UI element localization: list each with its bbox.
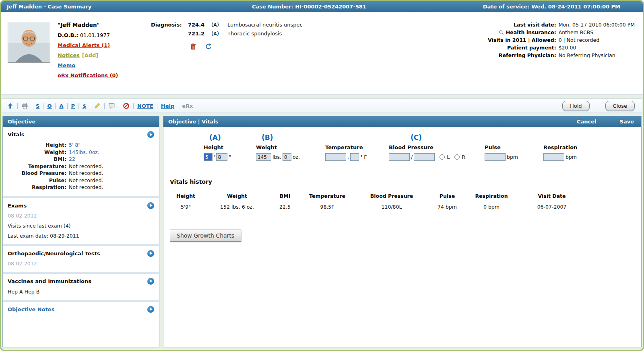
hold-button[interactable]: Hold: [562, 101, 590, 111]
bp-left-radio[interactable]: [440, 154, 445, 160]
respiration-bpm-unit: bpm: [566, 154, 577, 160]
memo-link[interactable]: Memo: [58, 62, 75, 68]
pulse-input[interactable]: [485, 153, 506, 161]
bp-diastolic-input[interactable]: [414, 153, 435, 161]
vitals-section: Vitals Height: 5' 8" Weight: 145lbs. 0oz…: [3, 127, 159, 198]
pencil-icon[interactable]: [94, 103, 101, 109]
erx-notifications-link[interactable]: eRx Notifications (0): [58, 72, 118, 78]
toolbar-separator: [90, 103, 90, 109]
toolbar-separator: [32, 103, 32, 109]
temperature-whole-input[interactable]: [325, 153, 346, 161]
height-field-group: (A) Height ' ": [204, 133, 256, 161]
vital-label: BMI:: [8, 156, 69, 163]
height-feet-input[interactable]: [204, 153, 213, 161]
history-cell-visit-date: 06-07-2007: [518, 201, 586, 210]
date-of-service: Date of service: Wed. 08-24-2011 07:00:0…: [416, 4, 637, 10]
toolbar-separator: [104, 103, 105, 109]
ortho-date: 08-02-2012: [8, 261, 154, 267]
respiration-input[interactable]: [543, 153, 564, 161]
visit-info-value: Mon. 05-17-2010 06:00:00 PM: [559, 22, 635, 28]
toolbar-separator: [17, 103, 18, 109]
patient-photo-image: [8, 22, 50, 62]
history-header: Visit Date: [518, 191, 586, 201]
block-icon[interactable]: [123, 103, 130, 109]
play-arrow-icon: [150, 133, 153, 136]
medical-alerts-link[interactable]: Medical Alerts (1): [58, 42, 110, 48]
vaccines-section: Vaccines and Immunizations Hep A-Hep B: [3, 274, 159, 302]
weight-oz-input[interactable]: [283, 153, 291, 161]
help-link[interactable]: Help: [161, 103, 174, 109]
vital-value: Not recorded.: [69, 163, 154, 170]
magnifier-icon[interactable]: [499, 30, 504, 35]
bp-right-label: R: [462, 154, 465, 160]
toolbar-link-plan[interactable]: P: [71, 103, 75, 109]
dob-label: D.O.B.:: [58, 32, 78, 38]
annotation-c: (C): [389, 133, 485, 144]
sidebar-title: Objective: [8, 119, 35, 125]
toolbar-link-subjective[interactable]: S: [36, 103, 39, 109]
notices-link[interactable]: Notices: [58, 52, 80, 58]
vital-label: Blood Pressure:: [8, 170, 69, 177]
pulse-label: Pulse: [485, 144, 543, 150]
inches-unit: ": [229, 154, 231, 160]
note-link[interactable]: NOTE: [137, 103, 153, 109]
ortho-neuro-section-title: Orthopaedic/Neurological Tests: [8, 250, 100, 257]
home-icon[interactable]: [7, 103, 14, 109]
visit-info-label: Referring Physician:: [488, 52, 556, 58]
toolbar-separator: [119, 103, 119, 109]
erx-link[interactable]: eRx: [182, 103, 193, 109]
delete-diagnosis-icon[interactable]: [190, 43, 197, 50]
expand-notes-icon[interactable]: [147, 306, 154, 313]
expand-exams-icon[interactable]: [147, 202, 154, 209]
diagnosis-description: Thoracic spondylosis: [227, 31, 340, 37]
toolbar-separator: [133, 103, 134, 109]
expand-vitals-icon[interactable]: [147, 131, 154, 138]
expand-vaccines-icon[interactable]: [147, 278, 154, 285]
weight-lbs-input[interactable]: [256, 153, 271, 161]
comment-icon[interactable]: [108, 103, 115, 109]
history-header: Respiration: [465, 191, 518, 201]
history-header: Temperature: [301, 191, 354, 201]
toolbar-link-billing[interactable]: $: [83, 103, 86, 109]
bp-systolic-input[interactable]: [389, 153, 410, 161]
refresh-diagnosis-icon[interactable]: [205, 43, 212, 50]
vital-value: Not recorded.: [69, 170, 154, 177]
temperature-label: Temperature: [325, 144, 389, 150]
cancel-link[interactable]: Cancel: [577, 119, 597, 125]
app-window: Jeff Madden - Case Summary Case Number: …: [0, 0, 644, 351]
bp-right-radio[interactable]: [454, 154, 460, 160]
pulse-bpm-unit: bpm: [507, 154, 518, 160]
vaccines-line: Hep A-Hep B: [8, 289, 154, 295]
height-label: Height: [204, 144, 256, 150]
visit-info-value: 0 | Not recorded: [559, 37, 635, 43]
history-header: Weight: [205, 191, 269, 201]
history-cell-temperature: 98.5F: [301, 201, 354, 210]
toolbar-link-assessment[interactable]: A: [59, 103, 63, 109]
diagnosis-code: 721.2: [188, 31, 211, 37]
weight-field-group: (B) Weight lbs. oz.: [256, 133, 325, 161]
play-arrow-icon: [150, 204, 153, 207]
height-inches-input[interactable]: [216, 153, 227, 161]
save-link[interactable]: Save: [620, 119, 634, 125]
fahrenheit-unit: F: [364, 154, 367, 160]
show-growth-charts-button[interactable]: Show Growth Charts: [170, 230, 241, 242]
diagnosis-status: (A): [211, 31, 227, 37]
close-button[interactable]: Close: [605, 101, 635, 111]
notices-add-link[interactable]: [Add]: [82, 52, 99, 58]
title-bar: Jeff Madden - Case Summary Case Number: …: [1, 1, 643, 12]
dob-value: 01.01.1977: [80, 32, 110, 38]
patient-dob: D.O.B.: 01.01.1977: [58, 32, 149, 38]
play-arrow-icon: [150, 308, 153, 311]
expand-ortho-icon[interactable]: [147, 250, 154, 257]
exams-line: Last exam date: 08-29-2011: [8, 233, 154, 239]
print-icon[interactable]: [21, 103, 28, 109]
vital-label: Pulse:: [8, 177, 69, 184]
history-cell-height: 5'9": [167, 201, 205, 210]
visit-info-label: Visits in 2011 | Allowed:: [488, 37, 556, 43]
toolbar-link-objective[interactable]: O: [47, 103, 52, 109]
diagnosis-block: Diagnosis: 724.4 (A) Lumbosacral neuriti…: [151, 22, 340, 91]
oz-unit: oz.: [293, 154, 300, 160]
history-header-row: Height Weight BMI Temperature Blood Pres…: [167, 191, 586, 201]
temperature-fraction-input[interactable]: [350, 153, 359, 161]
objective-notes-title[interactable]: Objective Notes: [8, 306, 54, 312]
